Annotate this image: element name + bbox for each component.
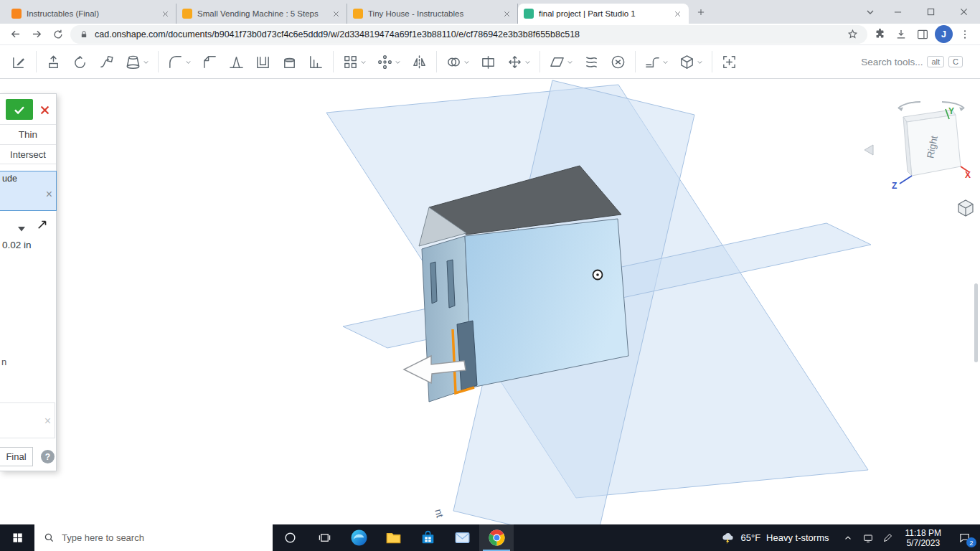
tab-close-icon[interactable] <box>330 8 341 19</box>
browser-tab[interactable]: Tiny House - Instructables <box>347 4 518 24</box>
tool-variable-button[interactable] <box>605 48 631 75</box>
selection-list[interactable]: ude × <box>0 171 57 211</box>
boolean-intersect-option[interactable]: Intersect <box>0 144 56 164</box>
tool-helix-button[interactable] <box>578 48 605 75</box>
tool-dropdown-chevron-icon[interactable] <box>662 59 669 65</box>
tool-dropdown-chevron-icon[interactable] <box>143 59 149 65</box>
tool-sketch-button[interactable] <box>6 48 32 75</box>
browser-menu-kebab-icon[interactable] <box>956 25 974 44</box>
tool-custom-feature-button[interactable] <box>716 48 743 75</box>
taskbar-app-store[interactable] <box>410 524 445 551</box>
profile-avatar[interactable]: J <box>935 25 953 43</box>
help-icon[interactable]: ? <box>41 450 55 463</box>
reload-button[interactable] <box>49 25 67 44</box>
tool-transform-button[interactable] <box>501 48 536 75</box>
tab-close-icon[interactable] <box>501 8 512 19</box>
tool-dropdown-chevron-icon[interactable] <box>463 59 470 65</box>
tab-title: Tiny House - Instructables <box>368 9 496 18</box>
bookmark-star-icon[interactable] <box>847 28 859 40</box>
action-center-button[interactable]: 2 <box>948 524 980 551</box>
start-button[interactable] <box>0 524 34 551</box>
weather-widget[interactable]: 65°F Heavy t-storms <box>712 524 838 551</box>
tool-sweep-button[interactable] <box>93 48 120 75</box>
tool-loft-button[interactable] <box>120 48 154 75</box>
taskbar-app-mail[interactable] <box>445 524 479 551</box>
taskbar-clock[interactable]: 11:18 PM 5/7/2023 <box>898 524 948 551</box>
tab-search-chevron-icon[interactable] <box>859 0 881 24</box>
tab-title: Small Vending Machine : 5 Steps <box>197 9 325 18</box>
tool-hole-button[interactable] <box>276 48 303 75</box>
forward-button[interactable] <box>27 25 46 44</box>
rotate-left-arrow-icon[interactable] <box>898 102 920 108</box>
browser-tab[interactable]: Small Vending Machine : 5 Steps <box>176 4 347 24</box>
thickness-value[interactable]: 0.02 in <box>2 240 32 250</box>
taskbar-search-input[interactable] <box>62 532 264 543</box>
partial-label: n <box>1 357 6 367</box>
tool-boolean-button[interactable] <box>440 48 475 75</box>
tool-dropdown-chevron-icon[interactable] <box>524 59 531 65</box>
omnibox[interactable]: cad.onshape.com/documents/b9041f73b0d73c… <box>70 25 867 44</box>
taskbar-app-explorer[interactable] <box>376 524 410 551</box>
flip-direction-icon[interactable] <box>36 218 49 234</box>
tool-dropdown-chevron-icon[interactable] <box>395 59 401 65</box>
browser-tab[interactable]: final project | Part Studio 1 <box>518 4 689 24</box>
tool-mirror-button[interactable] <box>406 48 433 75</box>
selection-list-secondary[interactable]: × <box>0 402 55 438</box>
model-viewport[interactable]: nt <box>0 79 980 524</box>
tray-chevron-icon[interactable] <box>838 524 858 551</box>
clear-selection-icon[interactable]: × <box>44 415 51 427</box>
weather-temp: 65°F <box>741 532 761 543</box>
tool-rib-button[interactable] <box>303 48 329 75</box>
cortana-button[interactable] <box>273 524 307 551</box>
cancel-button[interactable] <box>36 101 53 118</box>
tool-sheet-metal-button[interactable] <box>639 48 674 75</box>
tool-chamfer-button[interactable] <box>197 48 223 75</box>
confirm-button[interactable] <box>6 99 33 120</box>
task-view-button[interactable] <box>307 524 341 551</box>
tool-dropdown-chevron-icon[interactable] <box>697 59 703 65</box>
z-axis-line <box>900 176 912 184</box>
window-close-button[interactable] <box>947 0 980 24</box>
tool-shell-button[interactable] <box>250 48 276 75</box>
tool-search[interactable]: Search tools... alt C <box>861 56 974 67</box>
clear-selection-icon[interactable]: × <box>46 189 52 200</box>
tool-linear-pattern-button[interactable] <box>337 48 372 75</box>
window-minimize-button[interactable] <box>881 0 914 24</box>
view-cube[interactable]: Right Y X Z <box>864 102 971 191</box>
side-panel-icon[interactable] <box>913 25 932 44</box>
tool-split-button[interactable] <box>475 48 501 75</box>
view-nav-left-arrow[interactable] <box>864 145 873 155</box>
tool-extrude-button[interactable] <box>40 48 67 75</box>
tool-dropdown-chevron-icon[interactable] <box>185 59 192 65</box>
new-tab-button[interactable] <box>692 3 710 22</box>
url-text[interactable]: cad.onshape.com/documents/b9041f73b0d73c… <box>95 29 841 39</box>
config-final-label[interactable]: Final <box>0 447 33 466</box>
clock-date: 5/7/2023 <box>905 538 941 548</box>
taskbar-app-chrome[interactable] <box>479 524 514 551</box>
isometric-view-button[interactable] <box>958 200 973 216</box>
tool-circular-pattern-button[interactable] <box>372 48 406 75</box>
extensions-puzzle-icon[interactable] <box>870 25 889 44</box>
thin-option[interactable]: Thin <box>0 124 56 144</box>
browser-tab[interactable]: Instructables (Final) <box>6 4 176 24</box>
tool-dropdown-chevron-icon[interactable] <box>360 59 367 65</box>
viewport-scrollbar[interactable] <box>974 283 978 362</box>
tray-pen-icon[interactable] <box>878 524 898 551</box>
tool-dropdown-chevron-icon[interactable] <box>567 59 573 65</box>
tool-insert-part-button[interactable] <box>674 48 708 75</box>
z-axis-label: Z <box>892 181 897 191</box>
tray-monitor-icon[interactable] <box>858 524 878 551</box>
tool-fillet-button[interactable] <box>162 48 197 75</box>
tab-close-icon[interactable] <box>159 8 171 19</box>
tool-plane-button[interactable] <box>544 48 578 75</box>
tool-draft-button[interactable] <box>223 48 250 75</box>
back-button[interactable] <box>6 25 24 44</box>
direction-dropdown-chevron-icon[interactable] <box>17 222 26 235</box>
tool-revolve-button[interactable] <box>67 48 93 75</box>
taskbar-search[interactable] <box>34 524 273 551</box>
tab-close-icon[interactable] <box>672 8 683 19</box>
downloads-icon[interactable] <box>892 25 910 44</box>
window-maximize-button[interactable] <box>914 0 947 24</box>
window-slot[interactable] <box>430 262 437 303</box>
taskbar-app-edge[interactable] <box>341 524 376 551</box>
